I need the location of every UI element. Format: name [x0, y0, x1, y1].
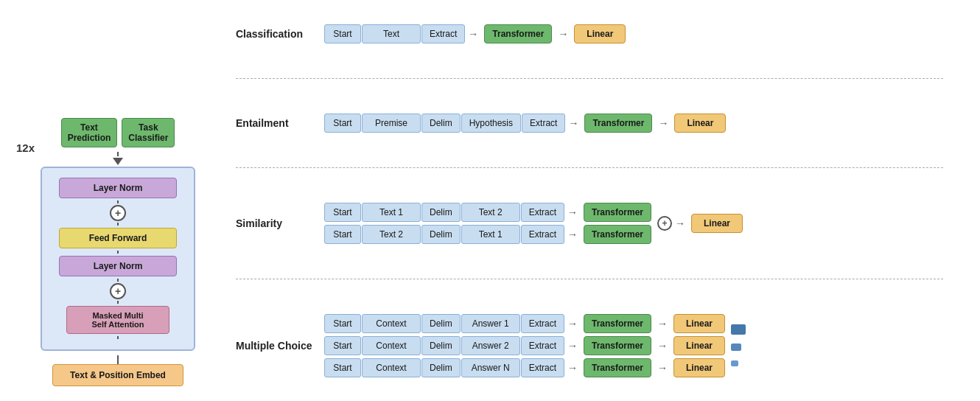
- seq-delim-s1: Delim: [421, 203, 461, 222]
- bar-2: [731, 344, 741, 351]
- arrow-8: →: [564, 318, 581, 329]
- linear-classification: Linear: [574, 24, 626, 43]
- seq-extract-e: Extract: [522, 114, 565, 133]
- seq-extract-mc2: Extract: [521, 336, 564, 355]
- mc-seq-1: Start Context Delim Answer 1 Extract → T…: [324, 314, 728, 333]
- bar-3: [731, 360, 738, 366]
- classification-row: Classification Start Text Extract → Tran…: [236, 24, 973, 43]
- similarity-section: Similarity Start Text 1 Delim Text 2 Ext…: [236, 203, 973, 244]
- softmax-bars: [731, 320, 746, 372]
- plus-merge-sim: +: [657, 216, 672, 231]
- c2: [117, 223, 119, 226]
- seq-extract-s1: Extract: [521, 203, 564, 222]
- seq-extract-mc1: Extract: [521, 314, 564, 333]
- seq-start-s1: Start: [324, 203, 361, 222]
- transformer-block: Layer Norm + Feed Forward Layer Norm + M…: [41, 167, 195, 351]
- divider-3: [236, 279, 943, 279]
- c1: [117, 200, 119, 203]
- arrow-13: →: [654, 362, 671, 374]
- seq-text2-s1: Text 2: [461, 203, 520, 222]
- tasks-block: Classification Start Text Extract → Tran…: [221, 7, 973, 394]
- seq-premise: Premise: [362, 114, 421, 133]
- seq-delim-mc3: Delim: [421, 358, 461, 377]
- mc-content: Start Context Delim Answer 1 Extract → T…: [324, 314, 728, 377]
- seq-start-mc1: Start: [324, 314, 361, 333]
- arrow-11: →: [654, 340, 671, 352]
- transformer-entailment: Transformer: [584, 114, 652, 133]
- entailment-section: Entailment Start Premise Delim Hypothesi…: [236, 114, 973, 133]
- seq-answer1-mc1: Answer 1: [461, 314, 520, 333]
- multiple-choice-label: Multiple Choice: [236, 340, 324, 352]
- seq-delim-mc1: Delim: [421, 314, 461, 333]
- plus-circle-1: +: [110, 205, 126, 221]
- diagram: 12x TextPrediction TaskClassifier Layer …: [0, 0, 980, 401]
- linear-mc3: Linear: [673, 358, 725, 377]
- task-classifier-box: TaskClassifier: [122, 118, 175, 147]
- linear-mc2: Linear: [673, 336, 725, 355]
- multiple-choice-row: Multiple Choice Start Context Delim Answ…: [236, 314, 973, 377]
- divider-1: [236, 78, 943, 79]
- seq-start-mc2: Start: [324, 336, 361, 355]
- masked-attn-box: Masked MultiSelf Attention: [66, 306, 169, 334]
- seq-text-1: Text: [362, 24, 421, 43]
- seq-text1-s1: Text 1: [362, 203, 421, 222]
- text-position-embed-box: Text & Position Embed: [52, 364, 183, 386]
- seq-hypothesis: Hypothesis: [461, 114, 521, 133]
- architecture-block: 12x TextPrediction TaskClassifier Layer …: [15, 7, 221, 394]
- seq-extract-1: Extract: [421, 24, 465, 43]
- mc-seq-3: Start Context Delim Answer N Extract → T…: [324, 358, 728, 377]
- seq-context-mc2: Context: [362, 336, 421, 355]
- linear-similarity: Linear: [691, 214, 743, 233]
- output-row: TextPrediction TaskClassifier: [61, 118, 175, 147]
- classification-section: Classification Start Text Extract → Tran…: [236, 24, 973, 43]
- divider-2: [236, 167, 943, 168]
- repeat-label: 12x: [16, 142, 35, 154]
- transformer-mc1: Transformer: [584, 314, 651, 333]
- arrow-12: →: [564, 362, 581, 374]
- arrow-4: →: [655, 117, 671, 129]
- similarity-content: Start Text 1 Delim Text 2 Extract → Tran…: [324, 203, 654, 244]
- mc-softmax: [729, 320, 746, 372]
- seq-delim-e: Delim: [421, 114, 461, 133]
- layer-norm-top: Layer Norm: [59, 178, 177, 198]
- plus-circle-2: +: [110, 283, 126, 299]
- arrow-9: →: [654, 318, 671, 329]
- similarity-seq-1: Start Text 1 Delim Text 2 Extract → Tran…: [324, 203, 654, 222]
- transformer-sim-1: Transformer: [584, 203, 651, 222]
- c5: [117, 301, 119, 304]
- arrow-1: →: [465, 28, 481, 40]
- c3: [117, 251, 119, 254]
- transformer-mc3: Transformer: [584, 358, 651, 377]
- feed-forward-box: Feed Forward: [59, 228, 177, 248]
- seq-extract-s2: Extract: [521, 225, 564, 244]
- arrow-10: →: [564, 340, 581, 352]
- seq-extract-mc3: Extract: [521, 358, 564, 377]
- seq-context-mc1: Context: [362, 314, 421, 333]
- entailment-sequence: Start Premise Delim Hypothesis Extract →…: [324, 114, 729, 133]
- entailment-row: Entailment Start Premise Delim Hypothesi…: [236, 114, 973, 133]
- arrow-3: →: [565, 117, 581, 129]
- seq-delim-s2: Delim: [421, 225, 461, 244]
- seq-start-e: Start: [324, 114, 361, 133]
- seq-context-mc3: Context: [362, 358, 421, 377]
- similarity-row: Similarity Start Text 1 Delim Text 2 Ext…: [236, 203, 973, 244]
- text-prediction-box: TextPrediction: [61, 118, 118, 147]
- c4: [117, 279, 119, 282]
- c6: [117, 336, 119, 339]
- bar-1: [731, 324, 746, 335]
- similarity-merge: + → Linear: [657, 214, 746, 233]
- mc-seq-2: Start Context Delim Answer 2 Extract → T…: [324, 336, 728, 355]
- classification-label: Classification: [236, 28, 324, 40]
- entailment-label: Entailment: [236, 117, 324, 129]
- seq-text1-s2: Text 1: [461, 225, 520, 244]
- transformer-sim-2: Transformer: [584, 225, 651, 244]
- arrow-7: →: [672, 217, 688, 229]
- arrow-2: →: [555, 28, 571, 40]
- seq-start-mc3: Start: [324, 358, 361, 377]
- seq-delim-mc2: Delim: [421, 336, 461, 355]
- seq-start-1: Start: [324, 24, 361, 43]
- similarity-label: Similarity: [236, 217, 324, 229]
- transformer-classification: Transformer: [484, 24, 552, 43]
- seq-answern-mc3: Answer N: [461, 358, 520, 377]
- linear-entailment: Linear: [674, 114, 726, 133]
